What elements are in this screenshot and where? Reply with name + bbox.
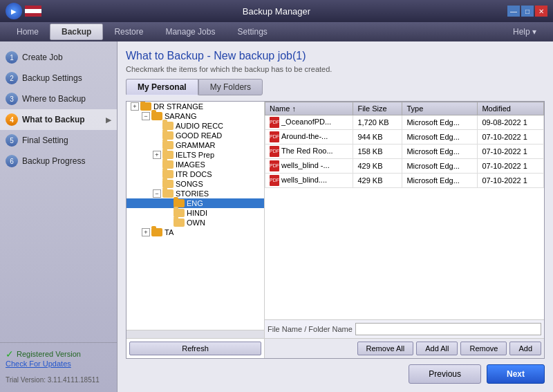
file-size-cell: 1,720 KB	[353, 115, 402, 130]
registered-label: Registered Version	[17, 350, 81, 358]
refresh-button[interactable]: Refresh	[129, 342, 261, 355]
menu-bar: Home Backup Restore Manage Jobs Settings…	[0, 22, 553, 41]
file-modified-cell: 07-10-2022 1	[478, 130, 544, 144]
tab-my-personal[interactable]: My Personal	[126, 79, 198, 95]
table-row[interactable]: PDF_OceanofPD... 1,720 KB Microsoft Edg.…	[265, 115, 544, 130]
page-title-suffix: - New backup job(1)	[204, 50, 306, 62]
sort-icon: ↑	[292, 104, 296, 113]
menu-home[interactable]: Home	[6, 24, 50, 39]
sidebar-item-what-to-backup[interactable]: 4 What to Backup ▶	[0, 109, 117, 130]
folder-icon	[151, 112, 162, 120]
tree-expand-icon[interactable]: −	[153, 189, 161, 198]
folder-icon	[162, 189, 174, 198]
tree-pane: +DR STRANGE−SARANGAUDIO RECCGOOD READGRA…	[126, 102, 265, 358]
page-subtitle: Checkmark the items for which the backup…	[126, 65, 545, 73]
app-icon: ▶	[6, 3, 22, 19]
menu-help[interactable]: Help ▾	[502, 24, 547, 39]
menu-backup[interactable]: Backup	[50, 24, 103, 40]
step-3-circle: 3	[6, 93, 18, 105]
file-name-cell: PDFwells_blind -...	[265, 159, 353, 174]
tree-item[interactable]: SONGS	[126, 179, 264, 189]
check-updates-link[interactable]: Check For Updates	[6, 360, 111, 368]
step-2-circle: 2	[6, 72, 18, 84]
tree-item[interactable]: ENG	[126, 198, 264, 208]
sidebar-step-5-label: Final Setting	[22, 136, 68, 145]
sidebar-bottom: ✓ Registered Version Check For Updates	[0, 342, 117, 373]
close-button[interactable]: ✕	[535, 6, 547, 17]
pdf-icon: PDF	[270, 131, 279, 142]
window-controls[interactable]: — □ ✕	[507, 6, 547, 17]
tree-horizontal-scrollbar[interactable]	[126, 330, 264, 338]
tree-item-label: ENG	[187, 199, 203, 207]
tree-item-label: IELTS Prep	[176, 151, 214, 159]
sidebar-item-create-job[interactable]: 1 Create Job	[0, 47, 117, 68]
tree-item[interactable]: OWN	[126, 218, 264, 227]
menu-settings[interactable]: Settings	[226, 24, 278, 39]
sidebar-item-final-setting[interactable]: 5 Final Setting	[0, 130, 117, 151]
file-name-input[interactable]	[355, 323, 541, 335]
next-button[interactable]: Next	[487, 364, 545, 384]
sidebar-step-6-label: Backup Progress	[22, 156, 85, 166]
table-row[interactable]: PDFAround-the-... 944 KB Microsoft Edg..…	[265, 130, 544, 144]
tree-expand-icon[interactable]: +	[153, 151, 161, 159]
refresh-section: Refresh	[126, 338, 264, 358]
tree-item[interactable]: +TA	[126, 227, 264, 237]
tree-item-label: IMAGES	[176, 160, 205, 169]
tree-item[interactable]: HINDI	[126, 208, 264, 218]
tree-item[interactable]: −SARANG	[126, 111, 264, 121]
previous-button[interactable]: Previous	[409, 364, 481, 384]
tree-item-label: OWN	[187, 218, 205, 227]
tree-expand-icon[interactable]: +	[131, 102, 139, 111]
tab-my-folders[interactable]: My Folders	[198, 79, 263, 95]
col-name[interactable]: Name ↑	[265, 102, 353, 115]
file-name-area: File Name / Folder Name	[265, 319, 544, 338]
tree-item[interactable]: +DR STRANGE	[126, 102, 264, 111]
tree-item-label: ITR DOCS	[176, 170, 212, 178]
col-type[interactable]: Type	[402, 102, 478, 115]
tree-item[interactable]: AUDIO RECC	[126, 121, 264, 131]
file-name-label: File Name / Folder Name	[268, 325, 353, 333]
file-modified-cell: 07-10-2022 1	[478, 174, 544, 188]
table-row[interactable]: PDFThe Red Roo... 158 KB Microsoft Edg..…	[265, 144, 544, 159]
remove-all-button[interactable]: Remove All	[357, 342, 414, 355]
main-layout: 1 Create Job 2 Backup Settings 3 Where t…	[0, 41, 553, 392]
sidebar-item-backup-settings[interactable]: 2 Backup Settings	[0, 68, 117, 88]
sidebar-item-where-to-backup[interactable]: 3 Where to Backup	[0, 88, 117, 109]
tree-item[interactable]: ITR DOCS	[126, 169, 264, 179]
minimize-button[interactable]: —	[507, 6, 520, 17]
tree-item[interactable]: −STORIES	[126, 189, 264, 198]
col-size[interactable]: File Size	[353, 102, 402, 115]
sidebar-arrow-icon: ▶	[106, 116, 111, 124]
menu-restore[interactable]: Restore	[103, 24, 154, 39]
remove-button[interactable]: Remove	[460, 342, 507, 355]
table-row[interactable]: PDFwells_blind -... 429 KB Microsoft Edg…	[265, 159, 544, 174]
file-pane: Name ↑ File Size Type Modified PDF_Ocean…	[265, 102, 544, 358]
add-button[interactable]: Add	[509, 342, 541, 355]
step-4-circle: 4	[6, 113, 18, 126]
check-icon: ✓	[6, 348, 14, 360]
title-bar: ▶ Backup Manager — □ ✕	[0, 0, 553, 22]
tree-item[interactable]: GRAMMAR	[126, 140, 264, 150]
tree-item[interactable]: IMAGES	[126, 160, 264, 169]
sidebar-step-4-label: What to Backup	[22, 115, 85, 124]
app-title: Backup Manager	[243, 6, 310, 17]
tree-item-label: TA	[165, 228, 174, 236]
add-all-button[interactable]: Add All	[416, 342, 458, 355]
tree-item[interactable]: GOOD READ	[126, 131, 264, 140]
page-title-text: What to Backup	[126, 50, 204, 62]
tree-expand-icon[interactable]: −	[142, 112, 150, 120]
tree-expand-icon[interactable]: +	[142, 228, 150, 236]
title-bar-left: ▶	[6, 3, 41, 19]
file-name-cell: PDFThe Red Roo...	[265, 144, 353, 159]
file-modified-cell: 09-08-2022 1	[478, 115, 544, 130]
registered-status: ✓ Registered Version	[6, 348, 111, 360]
tree-item[interactable]: +IELTS Prep	[126, 150, 264, 160]
tree-scroll-area[interactable]: +DR STRANGE−SARANGAUDIO RECCGOOD READGRA…	[126, 102, 264, 330]
file-name-cell: PDFwells_blind....	[265, 174, 353, 188]
maximize-button[interactable]: □	[521, 6, 534, 17]
sidebar-item-backup-progress[interactable]: 6 Backup Progress	[0, 151, 117, 171]
folder-icon	[140, 102, 151, 111]
col-modified[interactable]: Modified	[478, 102, 544, 115]
table-row[interactable]: PDFwells_blind.... 429 KB Microsoft Edg.…	[265, 174, 544, 188]
menu-manage-jobs[interactable]: Manage Jobs	[154, 24, 226, 39]
